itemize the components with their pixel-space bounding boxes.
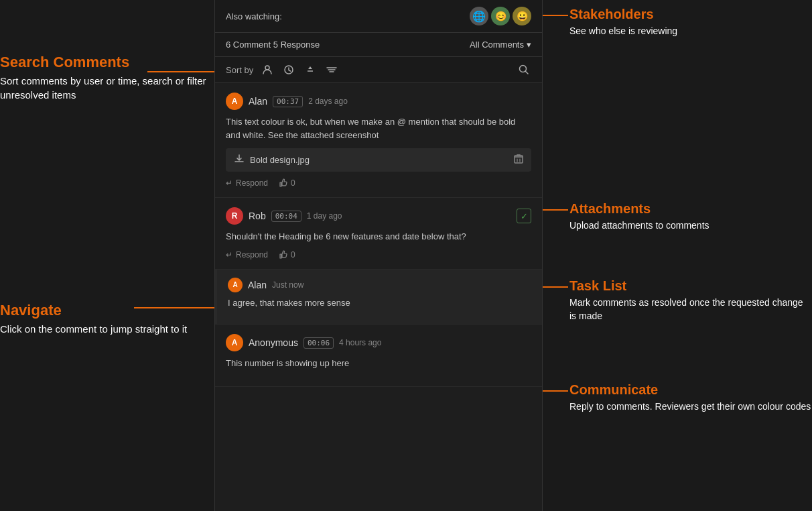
comment-2-likes: 0	[291, 250, 295, 260]
tasklist-desc: Mark comments as resolved once the reque…	[569, 297, 803, 321]
reply-1-avatar: A	[228, 278, 243, 292]
avatars-row: 🌐 😊 😀	[470, 7, 531, 25]
reply-1[interactable]: A Alan Just now I agree, that makes more…	[215, 270, 542, 325]
comment-3-text: This number is showing up here	[226, 357, 531, 370]
comment-1-attachment[interactable]: Bold design.jpg	[226, 148, 531, 172]
attachments-annotation: Attachments Upload attachments to commen…	[569, 201, 709, 233]
comment-3-time-ago: 4 hours ago	[339, 338, 531, 347]
comment-2-text: Shouldn't the Heading be 6 new features …	[226, 230, 531, 243]
sort-user-icon[interactable]	[260, 62, 275, 77]
left-annotations: Search Comments Sort comments by user or…	[0, 0, 214, 511]
sort-asc-icon[interactable]	[303, 62, 318, 77]
comment-2-time-ago: 1 day ago	[307, 211, 511, 221]
comment-2-actions: ↵ Respond 0	[226, 250, 531, 260]
search-comments-title: Search Comments	[0, 54, 214, 71]
navigate-title: Navigate	[0, 302, 187, 319]
page-wrapper: Search Comments Sort comments by user or…	[0, 0, 812, 511]
respond-label: Respond	[236, 250, 268, 260]
comment-2-timestamp: 00:04	[271, 211, 301, 222]
avatar-3: 😀	[513, 7, 531, 25]
sort-time-icon[interactable]	[281, 62, 296, 77]
comment-1-like-btn[interactable]: 0	[279, 178, 295, 188]
comment-3-timestamp: 00:06	[303, 337, 334, 349]
communicate-line	[543, 390, 568, 392]
filter-label: All Comments	[470, 40, 524, 50]
search-comments-desc: Sort comments by user or time, search or…	[0, 75, 206, 101]
comment-1-actions: ↵ Respond 0	[226, 178, 531, 188]
tasklist-annotation: Task List Mark comments as resolved once…	[569, 278, 812, 323]
attachment-name: Bold design.jpg	[250, 155, 509, 165]
respond-icon: ↵	[226, 178, 232, 188]
navigate-desc: Click on the comment to jump straight to…	[0, 323, 187, 335]
respond-label: Respond	[236, 178, 268, 188]
navigate-arrow-line	[134, 307, 214, 308]
comment-2[interactable]: R Rob 00:04 1 day ago ✓ Shouldn't the He…	[215, 198, 542, 270]
comment-3-avatar: A	[226, 334, 243, 351]
comment-2-username: Rob	[249, 211, 266, 221]
attachments-title: Attachments	[569, 201, 709, 217]
chevron-down-icon: ▾	[527, 40, 531, 50]
delete-attachment-icon[interactable]	[514, 154, 523, 166]
communicate-desc: Reply to comments. Reviewers get their o…	[569, 401, 811, 412]
comment-1-username: Alan	[249, 96, 267, 107]
stakeholders-title: Stakeholders	[569, 7, 677, 22]
communicate-annotation: Communicate Reply to comments. Reviewers…	[569, 382, 811, 414]
comment-1[interactable]: A Alan 00:37 2 days ago This text colour…	[215, 83, 542, 198]
comment-3-username: Anonymous	[249, 337, 298, 348]
svg-point-0	[265, 66, 269, 70]
comment-2-like-btn[interactable]: 0	[279, 250, 295, 260]
right-annotations: Stakeholders See who else is reviewing A…	[543, 0, 812, 511]
check-icon: ✓	[521, 211, 528, 221]
comment-2-avatar: R	[226, 207, 243, 225]
comment-1-header: A Alan 00:37 2 days ago	[226, 93, 531, 110]
comment-2-header: R Rob 00:04 1 day ago ✓	[226, 207, 531, 225]
comment-3-header: A Anonymous 00:06 4 hours ago	[226, 334, 531, 351]
filter-dropdown[interactable]: All Comments ▾	[470, 40, 531, 50]
comment-3[interactable]: A Anonymous 00:06 4 hours ago This numbe…	[215, 325, 542, 387]
comment-count: 6 Comment 5 Response	[226, 40, 320, 50]
comment-meta-bar: 6 Comment 5 Response All Comments ▾	[215, 33, 542, 57]
reply-1-username: Alan	[248, 280, 267, 290]
comments-panel: Also watching: 🌐 😊 😀 6 Comment 5 Respons…	[214, 0, 543, 511]
avatar-1: 🌐	[470, 7, 488, 25]
comment-1-time-ago: 2 days ago	[308, 97, 531, 106]
tasklist-title: Task List	[569, 278, 812, 294]
comment-1-text: This text colour is ok, but when we make…	[226, 115, 531, 141]
attachments-line	[543, 209, 568, 211]
panel-header: Also watching: 🌐 😊 😀	[215, 0, 542, 33]
comment-2-respond-btn[interactable]: ↵ Respond	[226, 250, 268, 260]
stakeholders-desc: See who else is reviewing	[569, 25, 677, 36]
respond-icon: ↵	[226, 250, 232, 260]
stakeholders-line	[543, 15, 568, 16]
search-comments-annotation: Search Comments Sort comments by user or…	[0, 54, 214, 102]
comment-1-timestamp: 00:37	[273, 96, 303, 107]
reply-1-time-ago: Just now	[272, 280, 531, 290]
comment-1-likes: 0	[291, 178, 295, 188]
avatar-2: 😊	[491, 7, 510, 25]
reply-1-text: I agree, that makes more sense	[228, 296, 531, 310]
comments-list[interactable]: A Alan 00:37 2 days ago This text colour…	[215, 83, 542, 511]
search-arrow-line	[147, 71, 214, 72]
sort-filter-icon[interactable]	[324, 62, 339, 77]
communicate-title: Communicate	[569, 382, 811, 398]
reply-1-header: A Alan Just now	[228, 278, 531, 292]
attachments-desc: Upload attachments to comments	[569, 220, 709, 231]
also-watching-label: Also watching:	[226, 11, 282, 21]
comment-1-avatar: A	[226, 93, 243, 110]
comment-2-resolve-btn[interactable]: ✓	[517, 209, 531, 223]
stakeholders-annotation: Stakeholders See who else is reviewing	[569, 7, 677, 38]
sort-options: Sort by	[226, 62, 339, 77]
search-icon[interactable]	[517, 62, 531, 77]
comment-1-respond-btn[interactable]: ↵ Respond	[226, 178, 268, 188]
sort-bar: Sort by	[215, 57, 542, 83]
sort-by-label: Sort by	[226, 65, 253, 75]
download-icon	[234, 154, 245, 166]
tasklist-line	[543, 286, 568, 288]
